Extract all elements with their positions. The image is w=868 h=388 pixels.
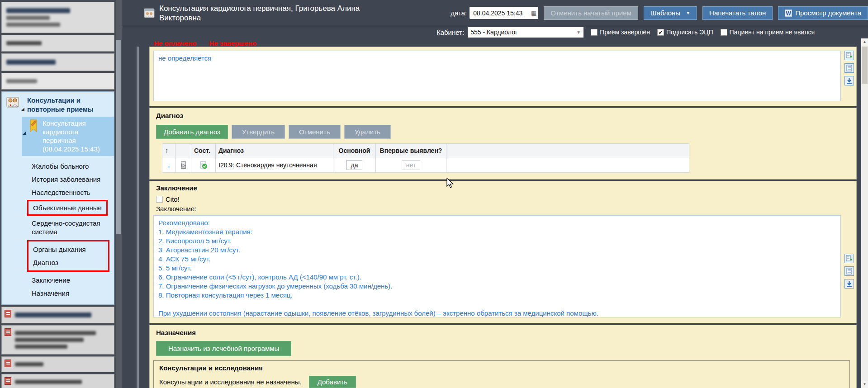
diagnosis-table-header: ↑ Сост. Диагноз Основной Впервые выявлен… (162, 144, 689, 157)
redacted-sidebar-item[interactable] (1, 307, 114, 323)
chevron-down-icon: ▼ (686, 10, 690, 15)
cabinet-value: 555 - Кардиолог (470, 28, 517, 36)
main-scrollbar[interactable]: ▲ ▼ (861, 38, 868, 388)
redacted-sidebar-item[interactable] (1, 356, 114, 372)
diagnosis-cell[interactable]: I20.9: Стенокардия неуточненная (216, 157, 333, 173)
sidebar-scrollbar-thumb[interactable] (116, 40, 121, 234)
approve-diagnosis-button[interactable]: Утвердить (232, 125, 285, 139)
cabinet-label: Кабинет: (436, 28, 464, 36)
checkbox-patient-no-show[interactable]: Пациент на прием не явился (721, 28, 815, 36)
add-diagnosis-button[interactable]: Добавить диагноз (156, 125, 228, 139)
add-consultation-button[interactable]: Добавить (309, 376, 356, 388)
diagnosis-column-header[interactable]: Диагноз (216, 144, 333, 157)
document-icon (5, 377, 11, 385)
document-icon (5, 360, 11, 367)
insert-down-icon[interactable] (844, 279, 854, 289)
objective-textarea[interactable]: не определяется (153, 51, 841, 101)
nav-group-title: Консультации и повторные приемы (27, 96, 94, 113)
status-unpaid: Не оплачено (154, 39, 196, 47)
expand-row-button[interactable]: ▷ (181, 161, 186, 169)
sidebar-scrollbar[interactable] (116, 0, 122, 388)
primary-value[interactable]: да (346, 160, 363, 170)
sidebar-item-heredity[interactable]: Наследственность (2, 186, 114, 199)
status-unfinished: Не завершено (209, 39, 256, 47)
redacted-text (15, 345, 67, 349)
date-input[interactable]: 08.04.2025 15:43 ▦ (470, 7, 538, 19)
conclusion-line: 5. 5 мг/сут. (158, 264, 836, 273)
document-icon (5, 328, 11, 336)
template-list-icon[interactable] (844, 266, 854, 276)
print-ticket-button[interactable]: Напечатать талон (702, 6, 773, 20)
add-template-icon[interactable] (844, 254, 854, 263)
consultations-box: Консультации и исследования Консультации… (153, 360, 850, 388)
assign-from-program-button[interactable]: Назначить из лечебной программы (156, 341, 291, 356)
expander-icon[interactable] (21, 108, 24, 111)
scroll-down-icon[interactable]: ▼ (861, 381, 868, 388)
main-scrollbar-thumb[interactable] (862, 47, 868, 84)
state-column-header[interactable]: Сост. (191, 144, 216, 157)
consultations-empty-text: Консультации и исследования не назначены… (159, 378, 302, 386)
redacted-patient-card[interactable] (1, 2, 114, 33)
chevron-down-icon: ▼ (576, 30, 581, 35)
date-group: дата: 08.04.2025 15:43 ▦ Отменить начаты… (451, 6, 868, 20)
sidebar-item-diagnosis[interactable]: Диагноз (32, 256, 104, 269)
add-template-icon[interactable] (844, 51, 854, 60)
sidebar-item-history[interactable]: История заболевания (2, 173, 114, 186)
nav-list: Жалобы больного История заболевания Насл… (2, 160, 114, 300)
nav-group-header[interactable]: Консультации и повторные приемы (2, 94, 114, 117)
date-value: 08.04.2025 15:43 (473, 9, 522, 17)
cancel-appointment-button[interactable]: Отменить начатый приём (544, 6, 638, 20)
sidebar-item-prescriptions[interactable]: Назначения (2, 287, 114, 300)
delete-diagnosis-button[interactable]: Удалить (344, 125, 391, 139)
sidebar-item-complaints[interactable]: Жалобы больного (2, 160, 114, 173)
sidebar-item-conclusion[interactable]: Заключение (2, 274, 114, 287)
redacted-text (6, 79, 37, 83)
redacted-sidebar-item[interactable] (1, 35, 114, 52)
redacted-text (6, 23, 60, 27)
redacted-sidebar-item[interactable] (1, 325, 114, 355)
primary-column-header[interactable]: Основной (333, 144, 376, 157)
sidebar-item-objective-data[interactable]: Объективные данные (32, 203, 103, 213)
calendar-grid-icon[interactable]: ▦ (531, 9, 536, 16)
diagnosis-table: ↑ Сост. Диагноз Основной Впервые выявлен… (162, 143, 689, 173)
checkbox-appointment-finished[interactable]: Приём завершён (591, 28, 650, 36)
move-up-icon[interactable]: ↑ (162, 144, 176, 157)
checkbox-box[interactable] (721, 29, 727, 36)
checkbox-box[interactable]: ✔ (657, 29, 664, 36)
panel-splitter[interactable] (137, 0, 139, 388)
insert-down-icon[interactable] (844, 76, 854, 85)
sidebar-item-cardiovascular[interactable]: Сердечно-сосудистая система (2, 217, 114, 238)
view-document-button[interactable]: W Просмотр документа (778, 6, 868, 20)
prescriptions-panel: Назначения Назначить из лечебной програм… (149, 325, 857, 388)
redacted-sidebar-item[interactable] (1, 73, 114, 90)
cito-checkbox[interactable] (156, 196, 163, 203)
consultations-empty-row: Консультации и исследования не назначены… (159, 376, 844, 388)
sidebar-item-respiratory[interactable]: Органы дыхания (32, 243, 104, 256)
checkbox-box[interactable] (591, 29, 598, 36)
templates-button-label: Шаблоны (650, 9, 680, 17)
first-detected-value[interactable]: нет (402, 160, 420, 170)
sidebar: Консультации и повторные приемы Консульт… (0, 0, 116, 388)
redacted-sidebar-item[interactable] (1, 53, 114, 71)
cancel-diagnosis-button[interactable]: Отменить (289, 125, 341, 139)
empty-cell (446, 157, 689, 173)
checkbox-label: Пациент на прием не явился (730, 28, 815, 36)
prescriptions-section-title: Назначения (156, 329, 856, 336)
templates-button[interactable]: Шаблоны ▼ (644, 6, 697, 20)
expander-icon[interactable] (23, 131, 26, 135)
checkbox-sign-ecp[interactable]: ✔ Подписать ЭЦП (657, 28, 713, 36)
cabinet-select[interactable]: 555 - Кардиолог ▼ (468, 27, 583, 38)
move-down-icon[interactable]: ↓ (162, 157, 176, 173)
redacted-text (6, 41, 42, 45)
first-detected-column-header[interactable]: Впервые выявлен? (376, 144, 446, 157)
objective-text: не определяется (158, 54, 836, 63)
word-document-icon: W (785, 9, 792, 17)
conclusion-textarea[interactable]: Рекомендовано: 1. Медикаментозная терапи… (153, 215, 841, 317)
conclusion-line: 1. Медикаментозная терапия: (158, 227, 836, 237)
scroll-up-icon[interactable]: ▲ (861, 38, 868, 46)
template-list-icon[interactable] (844, 63, 854, 73)
nav-selected-consultation[interactable]: Консультация кардиолога первичная (08.04… (22, 117, 114, 156)
empty-header (176, 144, 191, 157)
redacted-text (15, 338, 84, 342)
redacted-sidebar-item[interactable] (1, 374, 114, 388)
